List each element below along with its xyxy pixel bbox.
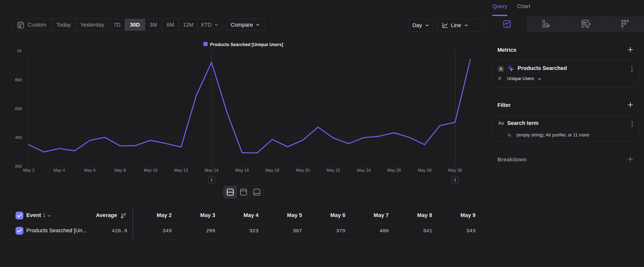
svg-text:May 22: May 22	[326, 168, 340, 173]
svg-text:May 24: May 24	[357, 168, 371, 173]
svg-text:May 28: May 28	[418, 168, 432, 173]
svg-text:May 14: May 14	[205, 168, 218, 173]
svg-text:May 20: May 20	[296, 168, 310, 173]
svg-text:200: 200	[15, 164, 22, 169]
svg-text:May 18: May 18	[266, 168, 279, 173]
svg-text:May 26: May 26	[387, 168, 401, 173]
svg-text:600: 600	[15, 106, 22, 111]
svg-text:May 4: May 4	[54, 168, 65, 173]
svg-text:May 2: May 2	[23, 168, 34, 173]
svg-text:Products Searched [Unique User: Products Searched [Unique Users]	[210, 42, 283, 47]
svg-text:May 8: May 8	[114, 168, 126, 173]
svg-text:May 16: May 16	[235, 168, 249, 173]
svg-text:800: 800	[15, 78, 22, 82]
svg-text:May 30: May 30	[448, 168, 462, 173]
svg-text:1K: 1K	[17, 49, 22, 53]
svg-text:1: 1	[210, 178, 212, 182]
svg-text:May 6: May 6	[84, 168, 96, 173]
svg-text:400: 400	[15, 135, 22, 140]
svg-text:May 10: May 10	[144, 168, 158, 173]
svg-text:May 12: May 12	[174, 168, 188, 173]
svg-text:1: 1	[454, 178, 456, 182]
